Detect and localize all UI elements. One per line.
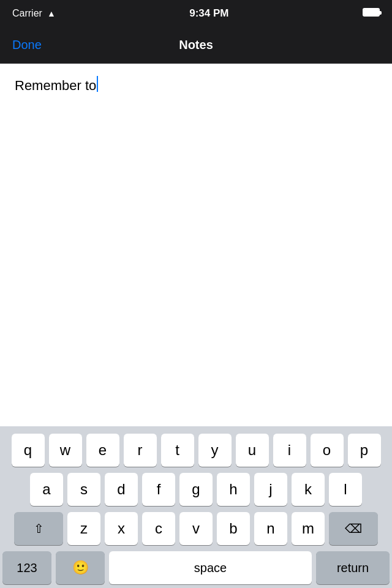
status-bar: Carrier ▲ 9:34 PM (0, 0, 392, 27)
keyboard-row-3: ⇧ z x c v b n m ⌫ (2, 512, 390, 545)
keyboard-row-2: a s d f g h j k l (2, 473, 390, 506)
keyboard-row-4: 123 🙂 space return (2, 551, 390, 584)
carrier-label: Carrier (12, 8, 42, 19)
done-button[interactable]: Done (12, 38, 42, 52)
key-g[interactable]: g (179, 473, 213, 506)
text-cursor (97, 76, 98, 92)
space-key[interactable]: space (109, 551, 312, 584)
key-x[interactable]: x (105, 512, 138, 545)
nav-title: Notes (179, 38, 213, 52)
keyboard: q w e r t y u i o p a s d f g h j k l ⇧ … (0, 426, 392, 588)
key-l[interactable]: l (329, 473, 362, 506)
numbers-key[interactable]: 123 (2, 551, 51, 584)
note-content: Remember to (15, 78, 96, 93)
emoji-key[interactable]: 🙂 (56, 551, 105, 584)
shift-icon: ⇧ (34, 521, 44, 536)
key-i[interactable]: i (273, 434, 306, 467)
wifi-icon: ▲ (47, 9, 56, 18)
key-j[interactable]: j (254, 473, 287, 506)
delete-key[interactable]: ⌫ (329, 512, 378, 545)
key-s[interactable]: s (67, 473, 100, 506)
key-k[interactable]: k (292, 473, 325, 506)
keyboard-row-1: q w e r t y u i o p (2, 434, 390, 467)
key-d[interactable]: d (105, 473, 138, 506)
key-o[interactable]: o (311, 434, 344, 467)
delete-icon: ⌫ (345, 521, 362, 536)
key-r[interactable]: r (124, 434, 157, 467)
key-y[interactable]: y (198, 434, 232, 467)
key-a[interactable]: a (30, 473, 63, 506)
key-h[interactable]: h (217, 473, 250, 506)
status-time: 9:34 PM (189, 7, 228, 20)
key-c[interactable]: c (142, 512, 175, 545)
battery-icon (363, 8, 380, 17)
key-e[interactable]: e (86, 434, 119, 467)
key-z[interactable]: z (67, 512, 100, 545)
return-key[interactable]: return (316, 551, 390, 584)
key-v[interactable]: v (179, 512, 213, 545)
key-f[interactable]: f (142, 473, 175, 506)
key-u[interactable]: u (236, 434, 269, 467)
key-p[interactable]: p (348, 434, 381, 467)
note-area[interactable]: Remember to (0, 64, 392, 331)
key-b[interactable]: b (217, 512, 250, 545)
battery-fill (364, 9, 379, 15)
key-t[interactable]: t (161, 434, 194, 467)
nav-bar: Done Notes (0, 27, 392, 64)
battery-container (363, 7, 380, 20)
status-left: Carrier ▲ (12, 8, 56, 19)
key-q[interactable]: q (12, 434, 45, 467)
shift-key[interactable]: ⇧ (14, 512, 63, 545)
key-w[interactable]: w (49, 434, 82, 467)
key-m[interactable]: m (292, 512, 325, 545)
key-n[interactable]: n (254, 512, 287, 545)
